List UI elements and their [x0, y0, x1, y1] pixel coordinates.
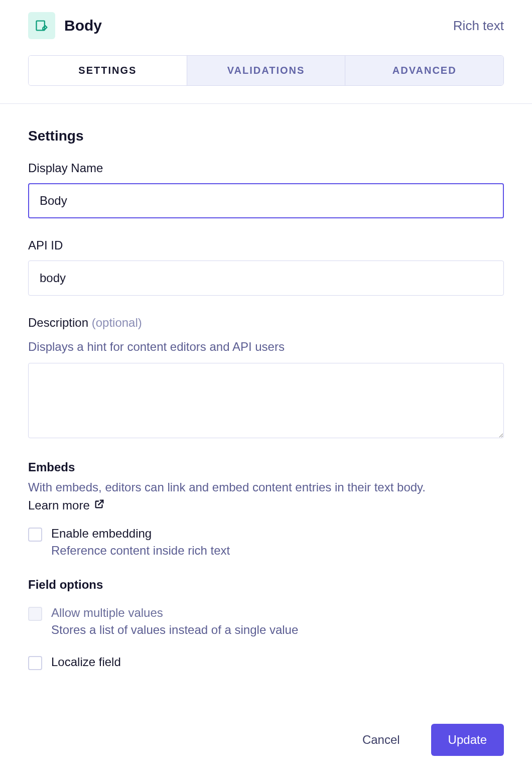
cancel-button[interactable]: Cancel — [345, 724, 417, 756]
description-optional-tag: (optional) — [92, 316, 142, 329]
scroll-area[interactable]: Settings Display Name API ID Description… — [0, 103, 532, 703]
rich-text-icon — [28, 12, 55, 39]
tabs: SETTINGS VALIDATIONS ADVANCED — [28, 55, 504, 86]
field-type-label: Rich text — [453, 18, 504, 34]
learn-more-link[interactable]: Learn more — [28, 498, 105, 512]
localize-label: Localize field — [51, 655, 121, 669]
display-name-group: Display Name — [28, 161, 504, 218]
field-title: Body — [64, 17, 102, 34]
embeds-heading: Embeds — [28, 460, 504, 474]
localize-checkbox[interactable] — [28, 656, 42, 670]
field-options-group: Field options Allow multiple values Stor… — [28, 578, 504, 672]
external-link-icon — [94, 498, 105, 512]
embeds-hint: With embeds, editors can link and embed … — [28, 478, 504, 496]
api-id-group: API ID — [28, 238, 504, 296]
section-title: Settings — [28, 128, 504, 144]
learn-more-text: Learn more — [28, 498, 90, 512]
description-label: Description (optional) — [28, 316, 504, 330]
localize-row: Localize field — [28, 655, 504, 672]
description-textarea[interactable] — [28, 363, 504, 438]
tab-settings[interactable]: SETTINGS — [29, 56, 187, 85]
description-hint: Displays a hint for content editors and … — [28, 338, 504, 356]
field-options-heading: Field options — [28, 578, 504, 592]
display-name-label: Display Name — [28, 161, 504, 175]
allow-multiple-label: Allow multiple values — [51, 606, 298, 620]
dialog-header: Body Rich text — [0, 0, 532, 45]
tab-advanced[interactable]: ADVANCED — [345, 56, 503, 85]
dialog-footer: Cancel Update — [0, 703, 532, 777]
description-group: Description (optional) Displays a hint f… — [28, 316, 504, 440]
enable-embedding-hint: Reference content inside rich text — [51, 544, 230, 558]
enable-embedding-row: Enable embedding Reference content insid… — [28, 527, 504, 558]
api-id-input[interactable] — [28, 261, 504, 296]
enable-embedding-checkbox[interactable] — [28, 528, 42, 542]
enable-embedding-label: Enable embedding — [51, 527, 230, 541]
allow-multiple-hint: Stores a list of values instead of a sin… — [51, 623, 298, 637]
description-label-text: Description — [28, 316, 88, 329]
tab-validations[interactable]: VALIDATIONS — [187, 56, 346, 85]
header-left: Body — [28, 12, 102, 39]
update-button[interactable]: Update — [431, 724, 504, 756]
allow-multiple-checkbox — [28, 607, 42, 621]
display-name-input[interactable] — [28, 183, 504, 218]
allow-multiple-row: Allow multiple values Stores a list of v… — [28, 606, 504, 637]
embeds-group: Embeds With embeds, editors can link and… — [28, 460, 504, 558]
api-id-label: API ID — [28, 238, 504, 252]
